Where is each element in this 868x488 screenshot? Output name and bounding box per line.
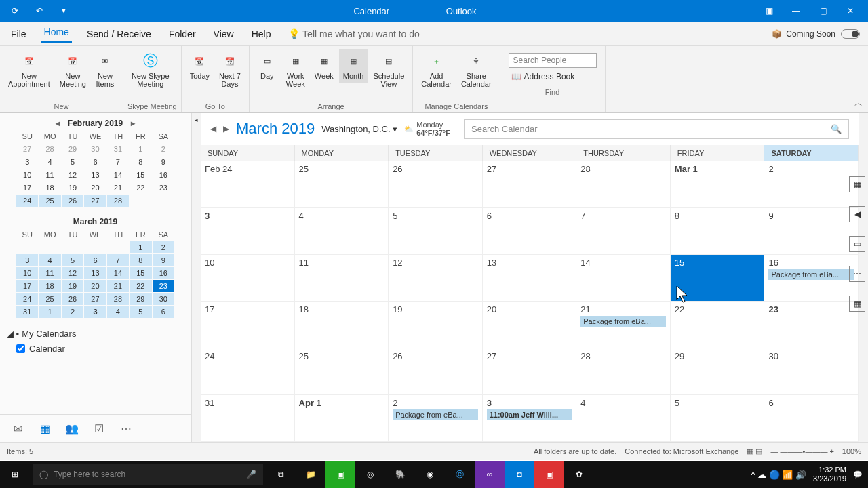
calendar-cell[interactable]: 25 xyxy=(295,161,389,208)
month-view-button[interactable]: ▦Month xyxy=(339,49,368,83)
mini-day[interactable]: 12 xyxy=(62,267,83,279)
edge-icon[interactable]: ⓔ xyxy=(445,461,475,488)
calendar-cell[interactable]: 31 xyxy=(201,395,295,442)
mini-day[interactable]: 27 xyxy=(16,143,38,155)
calendar-cell[interactable]: 27 xyxy=(483,348,577,395)
shortcut-3[interactable]: ▭ xyxy=(849,236,865,252)
mini-day[interactable]: 3 xyxy=(16,156,38,168)
mini-day[interactable]: 20 xyxy=(84,280,106,292)
ribbon-collapse-button[interactable]: ︿ xyxy=(849,95,868,112)
mini-day[interactable]: 1 xyxy=(130,143,151,155)
mini-day[interactable]: 4 xyxy=(39,254,60,266)
minimize-button[interactable]: — xyxy=(784,3,808,19)
calendar-cell[interactable]: 6 xyxy=(483,208,577,255)
shortcut-4[interactable]: ⋯ xyxy=(849,266,865,282)
calendar-cell[interactable]: 8 xyxy=(671,208,765,255)
mini-day[interactable]: 30 xyxy=(84,143,106,155)
mini-day[interactable]: 7 xyxy=(107,156,129,168)
prev-month-button[interactable]: ◀ xyxy=(210,124,216,134)
calendar-cell[interactable]: 311:00am Jeff Willi... xyxy=(483,395,577,442)
taskbar-clock[interactable]: 1:32 PM 3/23/2019 xyxy=(813,466,846,483)
mini-day[interactable]: 16 xyxy=(153,267,174,279)
calendar-checkbox[interactable] xyxy=(16,344,25,353)
camtasia-icon[interactable]: ▣ xyxy=(534,461,564,488)
window-collapse-icon[interactable]: ▣ xyxy=(757,3,781,19)
mini-day[interactable]: 27 xyxy=(84,293,106,305)
mini-day[interactable]: 12 xyxy=(62,169,83,181)
mini-day[interactable] xyxy=(62,241,83,253)
schedule-view-button[interactable]: ▤Schedule View xyxy=(369,49,408,91)
calendar-cell[interactable]: 17 xyxy=(201,302,295,348)
share-calendar-button[interactable]: ⚘Share Calendar xyxy=(457,49,496,91)
calendar-cell[interactable]: 12 xyxy=(389,255,483,302)
mini-day[interactable]: 31 xyxy=(107,143,129,155)
mini-day[interactable]: 6 xyxy=(84,254,106,266)
calendar-grid[interactable]: Feb 2425262728Mar 1234567891011121314151… xyxy=(201,161,859,442)
calendar-cell[interactable]: 11 xyxy=(295,255,389,302)
calendar-cell[interactable]: 4 xyxy=(576,395,671,442)
mini-day[interactable] xyxy=(16,241,38,253)
new-items-button[interactable]: ✉ New Items xyxy=(92,49,119,91)
calendar-event[interactable]: 11:00am Jeff Willi... xyxy=(487,409,572,420)
mini-day[interactable]: 10 xyxy=(16,169,38,181)
mini-day[interactable]: 29 xyxy=(130,293,151,305)
mini-day[interactable]: 13 xyxy=(84,169,106,181)
mini-day[interactable]: 28 xyxy=(107,293,129,305)
today-button[interactable]: 📆 Today xyxy=(186,49,214,83)
mini-day[interactable]: 15 xyxy=(130,169,151,181)
tasks-nav-icon[interactable]: ☑ xyxy=(92,422,106,435)
calendar-cell[interactable]: 27 xyxy=(483,161,577,208)
mini-day[interactable]: 28 xyxy=(107,195,129,207)
menu-send-receive[interactable]: Send / Receive xyxy=(84,26,154,42)
calendar-cell[interactable]: 15 xyxy=(671,255,765,302)
mini-day[interactable] xyxy=(39,241,60,253)
calendar-cell[interactable]: 29 xyxy=(671,348,765,395)
mini-day[interactable]: 18 xyxy=(39,280,60,292)
mini-day[interactable]: 31 xyxy=(16,306,38,318)
calendar-cell[interactable]: 28 xyxy=(576,161,671,208)
mini-day[interactable]: 6 xyxy=(84,156,106,168)
more-nav-icon[interactable]: ⋯ xyxy=(119,422,133,435)
calendar-cell[interactable]: 16Package from eBa... xyxy=(764,255,859,302)
search-calendar-input[interactable]: Search Calendar 🔍 xyxy=(464,119,849,139)
mini-day[interactable]: 18 xyxy=(39,182,60,194)
mini-day[interactable]: 22 xyxy=(130,280,151,292)
task-view-icon[interactable]: ⧉ xyxy=(266,461,296,488)
undo-icon[interactable]: ↶ xyxy=(30,3,49,19)
mini-day[interactable]: 25 xyxy=(39,293,60,305)
menu-file[interactable]: File xyxy=(8,26,29,42)
mini-day[interactable] xyxy=(153,195,174,207)
calendar-cell[interactable]: 19 xyxy=(389,302,483,348)
mini-day[interactable]: 15 xyxy=(130,267,151,279)
day-view-button[interactable]: ▭Day xyxy=(254,49,281,83)
calendar-cell[interactable]: 4 xyxy=(295,208,389,255)
mail-nav-icon[interactable]: ✉ xyxy=(11,422,24,435)
mini-day[interactable] xyxy=(130,195,151,207)
maximize-button[interactable]: ▢ xyxy=(811,3,835,19)
calendar-cell[interactable]: 2Package from eBa... xyxy=(389,395,483,442)
calendar-cell[interactable]: Feb 24 xyxy=(201,161,295,208)
calendar-cell[interactable]: 28 xyxy=(576,348,671,395)
notifications-icon[interactable]: 💬 xyxy=(853,470,863,479)
calendar-cell[interactable]: 26 xyxy=(389,348,483,395)
mini-day[interactable]: 10 xyxy=(16,267,38,279)
calendar-event[interactable]: Package from eBa... xyxy=(580,316,666,327)
calendar-cell[interactable]: 13 xyxy=(483,255,577,302)
new-appointment-button[interactable]: 📅 New Appointment xyxy=(4,49,54,91)
mini-day[interactable]: 5 xyxy=(62,254,83,266)
week-view-button[interactable]: ▦Week xyxy=(311,49,338,83)
mini-day[interactable] xyxy=(107,241,129,253)
mini-day[interactable]: 5 xyxy=(62,156,83,168)
weather-widget[interactable]: ⛅ Monday64°F/37°F xyxy=(404,121,450,137)
mini-day[interactable]: 7 xyxy=(107,254,129,266)
calendar-cell[interactable]: 14 xyxy=(576,255,671,302)
mini-day[interactable]: 23 xyxy=(153,280,174,292)
mini-calendar-february[interactable]: ◂February 2019▸SUMOTUWETHFRSA27282930311… xyxy=(0,113,191,211)
mini-day[interactable]: 5 xyxy=(130,306,151,318)
calendar-cell[interactable]: Apr 1 xyxy=(295,395,389,442)
zoom-slider[interactable]: — ———•——— + xyxy=(770,447,833,455)
mini-day[interactable]: 25 xyxy=(39,195,60,207)
mini-day[interactable]: 27 xyxy=(84,195,106,207)
menu-home[interactable]: Home xyxy=(41,24,72,43)
mini-day[interactable]: 1 xyxy=(130,241,151,253)
